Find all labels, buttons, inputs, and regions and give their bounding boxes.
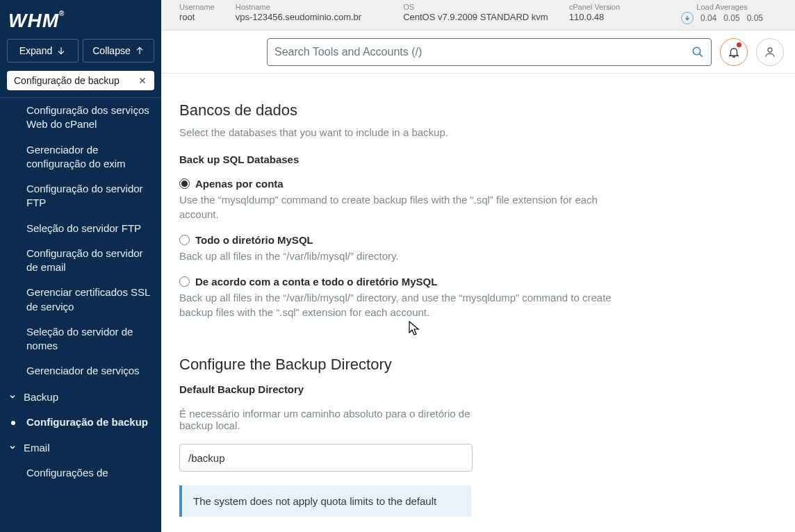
filter-tag-label: Configuração de backup [14, 75, 120, 86]
chevron-down-icon [8, 392, 17, 401]
radio-entire-mysql-label: Todo o diretório MySQL [195, 234, 313, 246]
dir-desc: É necessário informar um caminho absolut… [179, 408, 471, 431]
filter-tag: Configuração de backup [7, 71, 154, 90]
topbar: Username root Hostname vps-123456.seudom… [161, 0, 795, 31]
sidebar-item-nameserver[interactable]: Seleção do servidor de nomes [0, 319, 161, 359]
radio-per-account-desc: Use the “mysqldump” command to create ba… [179, 192, 638, 222]
logo-area: WHM® [0, 0, 161, 39]
collapse-label: Collapse [92, 45, 130, 56]
radio-per-account-label: Apenas por conta [195, 178, 284, 190]
radio-entire-mysql[interactable] [179, 235, 190, 245]
expand-button[interactable]: Expand [7, 39, 79, 63]
download-icon[interactable] [681, 12, 694, 24]
sidebar-item-cpanel-web[interactable]: Configuração dos serviços Web do cPanel [0, 98, 161, 138]
backup-directory-input[interactable] [179, 444, 473, 472]
search-box[interactable] [267, 38, 712, 66]
radio-entire-mysql-desc: Back up all files in the “/var/lib/mysql… [179, 249, 638, 263]
svg-point-1 [768, 48, 772, 52]
topbar-username: Username root [179, 3, 215, 22]
radio-per-account[interactable] [179, 178, 190, 189]
account-button[interactable] [756, 38, 784, 66]
sub-heading-sql: Back up SQL Databases [179, 153, 777, 165]
sidebar-cat-email[interactable]: Email [0, 435, 161, 460]
topbar-load-averages: Load Averages 0.04 0.05 0.05 [681, 3, 763, 24]
expand-icon [56, 46, 66, 56]
radio-account-and-mysql[interactable] [179, 276, 190, 287]
info-text: The system does not apply quota limits t… [193, 495, 436, 507]
main-content[interactable]: Bancos de dados Select the databases tha… [161, 74, 795, 532]
whm-logo: WHM® [8, 10, 65, 32]
sidebar-item-backup-config[interactable]: Configuração de backup [0, 410, 161, 435]
sidebar-item-service-mgr[interactable]: Gerenciador de serviços [0, 358, 161, 383]
sidebar-item-exim[interactable]: Gerenciador de configuração do exim [0, 138, 161, 177]
nav-list[interactable]: Configuração dos serviços Web do cPanel … [0, 97, 161, 532]
radio-account-and-mysql-label: De acordo com a conta e todo o diretório… [195, 276, 437, 288]
sidebar-cat-backup[interactable]: Backup [0, 384, 161, 410]
section-heading-databases: Bancos de dados [179, 101, 777, 119]
section-heading-directory: Configure the Backup Directory [179, 356, 777, 374]
svg-point-0 [693, 47, 700, 55]
topbar-hostname: Hostname vps-123456.seudominio.com.br [236, 3, 361, 22]
close-icon[interactable] [138, 76, 147, 85]
sidebar-item-ssl[interactable]: Gerenciar certificados SSL de serviço [0, 280, 161, 319]
notifications-button[interactable] [720, 38, 748, 66]
collapse-button[interactable]: Collapse [83, 39, 154, 63]
sidebar: WHM® Expand Collapse Configuração de bac… [0, 0, 161, 532]
notification-dot-icon [737, 42, 741, 47]
bullet-icon [11, 421, 15, 425]
chevron-down-icon [8, 443, 17, 451]
search-row [161, 31, 795, 74]
expand-label: Expand [19, 45, 52, 56]
user-icon [764, 46, 776, 58]
bell-icon [728, 46, 740, 58]
search-icon[interactable] [691, 46, 704, 58]
radio-account-and-mysql-desc: Back up all files in the “/var/lib/mysql… [179, 290, 638, 319]
sidebar-item-email-config[interactable]: Configuração do servidor de email [0, 241, 161, 281]
search-input[interactable] [274, 46, 691, 58]
collapse-icon [135, 46, 145, 56]
sidebar-item-ftp-config[interactable]: Configuração do servidor FTP [0, 176, 161, 216]
section-desc-databases: Select the databases that you want to in… [179, 126, 777, 138]
topbar-cpanel-version: cPanel Version 110.0.48 [569, 3, 620, 22]
topbar-os: OS CentOS v7.9.2009 STANDARD kvm [403, 3, 548, 22]
sidebar-item-ftp-select[interactable]: Seleção do servidor FTP [0, 216, 161, 241]
sidebar-item-email-sub[interactable]: Configurações de [0, 460, 161, 485]
sub-heading-default-dir: Default Backup Directory [179, 383, 777, 395]
info-box: The system does not apply quota limits t… [179, 485, 471, 517]
